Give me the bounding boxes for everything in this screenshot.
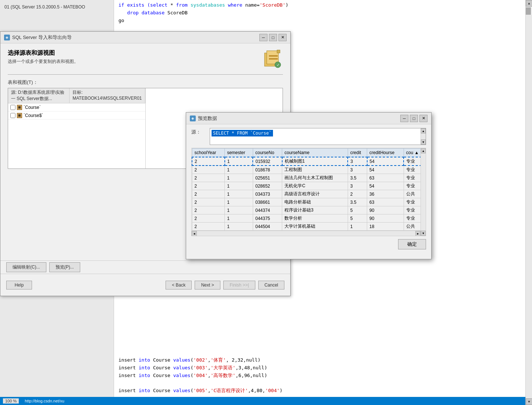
table-cell: 工程制图 — [282, 166, 348, 174]
kw-database: database — [142, 10, 165, 15]
kw-if: if exists ( — [118, 2, 150, 8]
svg-rect-3 — [269, 58, 278, 60]
str-003: '003' — [194, 365, 208, 370]
str-004-ref: '004' — [265, 388, 280, 393]
wizard-divider — [8, 74, 283, 75]
help-button[interactable]: Help — [6, 281, 32, 289]
table-scroll-down[interactable]: ▼ — [421, 231, 426, 236]
preview-minimize-button[interactable]: ─ — [400, 115, 408, 122]
bottom-code-area: insert into Course values('002','体育', 2,… — [114, 354, 525, 397]
table-cell: 1 — [225, 166, 253, 174]
split-pane-header: 源: D:\数据库系统原理\实验一 SQL Server数据... 目标: MA… — [8, 88, 145, 103]
course-dollar-table-name: `Course$` — [24, 113, 43, 118]
code-course4: Course — [150, 388, 173, 393]
wizard-titlebar-left: ◈ SQL Server 导入和导出向导 — [4, 34, 72, 41]
table-cell: 63 — [367, 198, 404, 206]
preview-close-button[interactable]: ✕ — [419, 115, 428, 122]
table-cell: 025651 — [253, 174, 282, 182]
table-cell: 2 — [192, 223, 225, 231]
table-cell: 034373 — [253, 190, 282, 198]
wizard-titlebar-controls: ─ □ ✕ — [259, 34, 287, 41]
table-cell: 2 — [192, 174, 225, 182]
course-checkbox[interactable] — [10, 105, 15, 110]
course-table-icon: ▦ — [17, 105, 22, 110]
back-button[interactable]: < Back — [166, 281, 192, 289]
finish-button[interactable]: Finish >>| — [223, 281, 255, 289]
col-semester: semester — [225, 149, 253, 157]
table-scroll-up[interactable]: ▲ — [421, 148, 426, 153]
table-cell: 2 — [348, 190, 367, 198]
code-course1: Course — [150, 357, 173, 363]
code-star: * — [167, 2, 176, 8]
code-vals2: ,3,48,null) — [235, 365, 267, 370]
query-scroll-up[interactable]: ▲ — [421, 128, 426, 134]
ok-button[interactable]: 确定 — [398, 239, 426, 249]
source-query-box: SELECT * FROM `Course` ▲ ▼ — [210, 128, 426, 145]
data-table-container[interactable]: schoolYear semester courseNo courseName … — [191, 148, 426, 236]
code-vals1: , 2,32,null) — [226, 357, 260, 363]
code-course3: Course — [150, 373, 173, 378]
query-scroll-down[interactable]: ▼ — [421, 139, 426, 145]
course-dollar-table-icon: ▦ — [17, 113, 22, 118]
next-button[interactable]: Next > — [195, 281, 220, 289]
course-dollar-checkbox[interactable] — [10, 113, 15, 118]
table-row-course[interactable]: ▦ `Course` — [8, 103, 145, 111]
table-cell: 3.5 — [348, 198, 367, 206]
preview-titlebar-left: ◈ 预览数据 — [190, 115, 217, 122]
wizard-header-title: 选择源表和源视图 — [8, 49, 78, 57]
code-comma2: , — [208, 365, 211, 370]
split-pane-left[interactable]: 源: D:\数据库系统原理\实验一 SQL Server数据... 目标: MA… — [8, 88, 146, 168]
table-scrollbar-v[interactable]: ▲ ▼ — [421, 148, 426, 236]
table-cell: 3 — [348, 182, 367, 190]
wizard-bottom-bar: Help < Back Next > Finish >>| Cancel — [0, 274, 290, 296]
code-course2: Course — [150, 365, 173, 370]
kw-insert4: insert — [118, 388, 139, 393]
wizard-header-subtitle: 选择一个或多个要复制的表和视图。 — [8, 58, 78, 65]
code-vals3: ,6,96,null) — [235, 373, 267, 378]
preview-button[interactable]: 预览(P)... — [49, 262, 80, 272]
top-code-area: if exists (select * from sysdatabases wh… — [114, 0, 532, 29]
table-cell: 电路分析基础 — [282, 198, 348, 206]
kw-values4: values — [173, 388, 191, 393]
kw-values2: values — [173, 365, 191, 370]
table-cell: 044504 — [253, 223, 282, 231]
table-scrollbar-h[interactable]: ◄ ► — [192, 231, 421, 236]
table-cell: 90 — [367, 214, 404, 223]
col-credit: credit — [348, 149, 367, 157]
bottom-code-line-3: insert into Course values('004','高等数学',6… — [118, 372, 521, 380]
table-cell: 1 — [225, 206, 253, 214]
table-cell: 5 — [348, 206, 367, 214]
preview-maximize-button[interactable]: □ — [410, 115, 418, 122]
cancel-button[interactable]: Cancel — [258, 281, 284, 289]
svg-text:✓: ✓ — [277, 63, 280, 67]
edit-mapping-button[interactable]: 编辑映射(C)... — [6, 262, 46, 272]
table-scroll-h-track — [197, 231, 415, 236]
table-scroll-right[interactable]: ► — [415, 231, 421, 236]
table-cell: 无机化学C — [282, 182, 348, 190]
table-cell: 90 — [367, 206, 404, 214]
wizard-maximize-button[interactable]: □ — [269, 34, 277, 41]
table-cell: 1 — [348, 223, 367, 231]
scroll-arrow-down[interactable]: ▼ — [526, 398, 532, 405]
table-cell: 2 — [192, 157, 225, 166]
table-scroll-left[interactable]: ◄ — [192, 231, 197, 236]
scroll-arrow-up[interactable]: ▲ — [526, 0, 532, 7]
table-cell: 5 — [348, 214, 367, 223]
right-scrollbar[interactable]: ▲ ▼ — [525, 0, 532, 405]
scroll-thumb-top[interactable] — [526, 7, 531, 15]
wizard-close-button[interactable]: ✕ — [279, 34, 287, 41]
table-cell: 2 — [192, 166, 225, 174]
table-cell: 54 — [367, 182, 404, 190]
str-c-lang: 'C语言程序设计' — [211, 388, 248, 393]
bottom-code-line-2: insert into Course values('003','大学英语',3… — [118, 364, 521, 372]
table-cell: 大学计算机基础 — [282, 223, 348, 231]
table-row-course-dollar[interactable]: ▦ `Course$` — [8, 111, 145, 120]
code-vals4: ,4,80, — [248, 388, 265, 393]
code-line-3: go — [118, 17, 528, 25]
wizard-minimize-button[interactable]: ─ — [259, 34, 267, 41]
query-scrollbar[interactable]: ▲ ▼ — [421, 128, 426, 145]
wizard-header-section: 选择源表和源视图 选择一个或多个要复制的表和视图。 ✓ — [8, 49, 283, 68]
kw-values3: values — [173, 373, 191, 378]
scroll-track — [526, 15, 532, 398]
code-db-name: ScoreDB — [164, 10, 188, 15]
